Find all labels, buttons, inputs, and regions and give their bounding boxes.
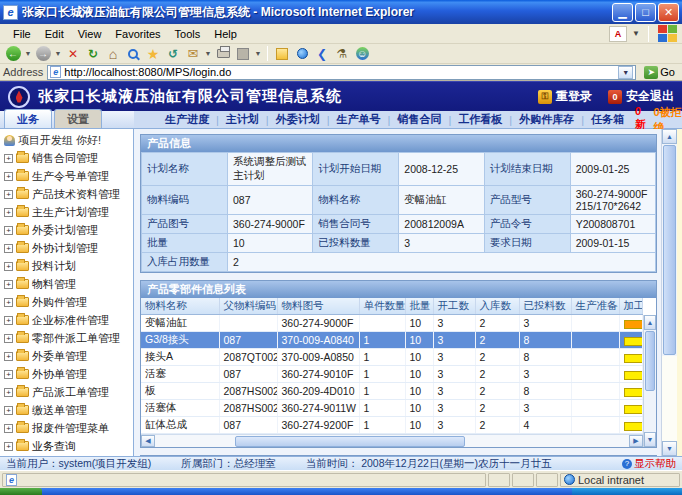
back-icon[interactable]: ← xyxy=(4,45,22,62)
hscroll-thumb[interactable] xyxy=(235,436,465,447)
expand-icon[interactable]: + xyxy=(4,244,13,253)
expand-icon[interactable]: + xyxy=(4,316,13,325)
nav-item-6[interactable]: 外购件库存 xyxy=(512,112,581,127)
nav-item-3[interactable]: 生产单号 xyxy=(330,112,388,127)
refresh-icon[interactable]: ↻ xyxy=(84,45,102,62)
forward-icon[interactable]: → xyxy=(34,45,52,62)
col-7[interactable]: 已投料数 xyxy=(519,298,571,315)
sidebar-item-11[interactable]: +外委单管理 xyxy=(2,347,133,365)
pdf-toolbar-icon[interactable]: A xyxy=(609,26,627,42)
table-row[interactable]: 活塞087360-274-9010F11032320 % xyxy=(141,366,643,383)
expand-icon[interactable]: + xyxy=(4,424,13,433)
messenger-icon[interactable]: ☺ xyxy=(353,45,371,62)
sidebar-item-6[interactable]: +投料计划 xyxy=(2,257,133,275)
research-icon[interactable]: ⚗ xyxy=(333,45,351,62)
col-6[interactable]: 入库数 xyxy=(475,298,519,315)
edit-icon[interactable] xyxy=(234,45,252,62)
menu-favorites[interactable]: Favorites xyxy=(108,26,167,42)
search-icon[interactable] xyxy=(124,45,142,62)
main-vscrollbar[interactable]: ▲ ▼ xyxy=(661,129,677,456)
close-button[interactable]: ✕ xyxy=(658,3,679,22)
main-scroll-up-icon[interactable]: ▲ xyxy=(662,129,677,144)
expand-icon[interactable]: + xyxy=(4,352,13,361)
sidebar-item-9[interactable]: +企业标准件管理 xyxy=(2,311,133,329)
address-dropdown-icon[interactable]: ▼ xyxy=(618,66,633,79)
scroll-down-icon[interactable]: ▼ xyxy=(644,432,656,447)
col-4[interactable]: 批量 xyxy=(405,298,433,315)
logout-button[interactable]: 0 安全退出 xyxy=(608,88,674,105)
table-row[interactable]: 接头A2087QT002370-009-A085011032820 % xyxy=(141,349,643,366)
stop-icon[interactable]: ✕ xyxy=(64,45,82,62)
col-0[interactable]: 物料名称 xyxy=(141,298,219,315)
expand-icon[interactable]: + xyxy=(4,154,13,163)
menu-tools[interactable]: Tools xyxy=(168,26,208,42)
expand-icon[interactable]: + xyxy=(4,334,13,343)
sidebar-item-7[interactable]: +物料管理 xyxy=(2,275,133,293)
browser-globe-icon[interactable] xyxy=(293,45,311,62)
sidebar-item-8[interactable]: +外购件管理 xyxy=(2,293,133,311)
expand-icon[interactable]: + xyxy=(4,226,13,235)
discuss-icon[interactable] xyxy=(273,45,291,62)
sidebar-item-10[interactable]: +零部件派工单管理 xyxy=(2,329,133,347)
col-8[interactable]: 生产准备 xyxy=(571,298,619,315)
minimize-button[interactable]: ▁ xyxy=(612,3,633,22)
sidebar-item-2[interactable]: +产品技术资料管理 xyxy=(2,185,133,203)
sidebar-item-0[interactable]: +销售合同管理 xyxy=(2,149,133,167)
col-3[interactable]: 单件数量 xyxy=(359,298,405,315)
nav-item-2[interactable]: 外委计划 xyxy=(269,112,327,127)
pdf-dropdown-icon[interactable]: ▼ xyxy=(627,29,645,38)
mail-icon[interactable]: ✉ xyxy=(184,45,202,62)
sidebar-item-16[interactable]: +业务查询 xyxy=(2,437,133,455)
sidebar-item-12[interactable]: +外协单管理 xyxy=(2,365,133,383)
expand-icon[interactable]: + xyxy=(4,262,13,271)
menu-edit[interactable]: Edit xyxy=(38,26,71,42)
expand-icon[interactable]: + xyxy=(4,190,13,199)
expand-icon[interactable]: + xyxy=(4,370,13,379)
sidebar-item-3[interactable]: +主生产计划管理 xyxy=(2,203,133,221)
realplayer-icon[interactable]: ❮ xyxy=(313,45,331,62)
menu-help[interactable]: Help xyxy=(207,26,244,42)
table-row[interactable]: 缸体总成087360-274-9200F11032419 % xyxy=(141,417,643,434)
menu-view[interactable]: View xyxy=(71,26,109,42)
menu-file[interactable]: File xyxy=(6,26,38,42)
scroll-left-icon[interactable]: ◀ xyxy=(141,435,155,447)
tab-业务[interactable]: 业务 xyxy=(4,109,52,128)
forward-dropdown-icon[interactable]: ▼ xyxy=(54,50,62,57)
expand-icon[interactable]: + xyxy=(4,298,13,307)
parts-vscrollbar[interactable]: ▲ ▼ xyxy=(643,315,656,447)
expand-icon[interactable]: + xyxy=(4,172,13,181)
table-row[interactable]: 活塞体2087HS002360-274-9011W11032320 % xyxy=(141,400,643,417)
history-icon[interactable]: ↺ xyxy=(164,45,182,62)
address-input[interactable]: e http://localhost:8080/MPS/login.do ▼ xyxy=(47,65,636,80)
print-icon[interactable] xyxy=(214,45,232,62)
col-9[interactable]: 加工进度 xyxy=(619,298,643,315)
nav-item-1[interactable]: 主计划 xyxy=(219,112,266,127)
maximize-button[interactable]: □ xyxy=(635,3,656,22)
go-button[interactable]: ➤ Go xyxy=(640,66,679,79)
tab-设置[interactable]: 设置 xyxy=(54,109,102,128)
expand-icon[interactable]: + xyxy=(4,442,13,451)
col-2[interactable]: 物料图号 xyxy=(277,298,359,315)
sidebar-item-1[interactable]: +生产令号单管理 xyxy=(2,167,133,185)
relogin-button[interactable]: ⚿ 重登录 xyxy=(538,88,592,105)
scroll-right-icon[interactable]: ▶ xyxy=(629,435,643,447)
nav-item-4[interactable]: 销售合同 xyxy=(390,112,448,127)
main-vscroll-thumb[interactable] xyxy=(663,145,676,355)
expand-icon[interactable]: + xyxy=(4,388,13,397)
table-row[interactable]: 板2087HS002360-209-4D01011032820 % xyxy=(141,383,643,400)
favorites-icon[interactable]: ★ xyxy=(144,45,162,62)
col-5[interactable]: 开工数 xyxy=(433,298,475,315)
start-button[interactable] xyxy=(0,488,42,495)
expand-icon[interactable]: + xyxy=(4,208,13,217)
show-help-link[interactable]: ? 显示帮助 xyxy=(622,457,676,471)
expand-icon[interactable]: + xyxy=(4,280,13,289)
sidebar-item-13[interactable]: +产品派工单管理 xyxy=(2,383,133,401)
home-icon[interactable]: ⌂ xyxy=(104,45,122,62)
nav-item-0[interactable]: 生产进度 xyxy=(158,112,216,127)
windows-taskbar[interactable] xyxy=(0,488,682,495)
sidebar-item-5[interactable]: +外协计划管理 xyxy=(2,239,133,257)
edit-dropdown-icon[interactable]: ▼ xyxy=(254,50,262,57)
nav-item-7[interactable]: 任务箱 xyxy=(584,112,631,127)
parts-hscrollbar[interactable]: ◀ ▶ xyxy=(141,434,643,447)
expand-icon[interactable]: + xyxy=(4,406,13,415)
